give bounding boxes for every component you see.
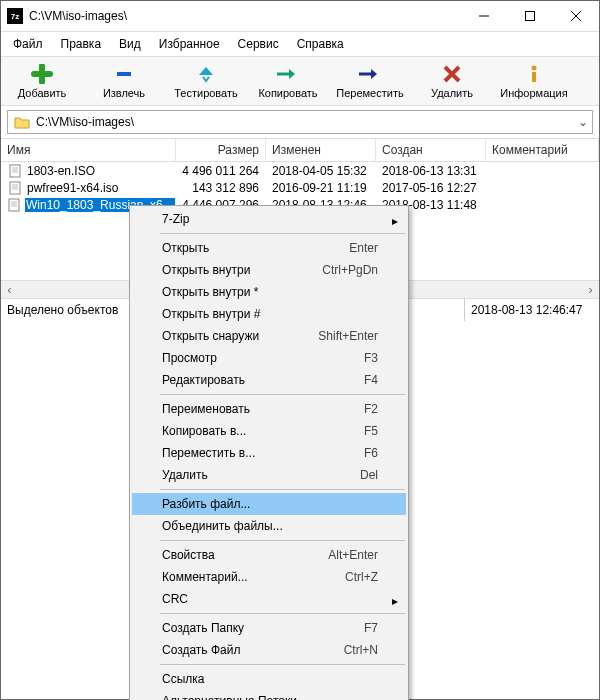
toolbar: ДобавитьИзвлечьТестироватьКопироватьПере…: [1, 56, 599, 106]
col-comment[interactable]: Комментарий: [486, 139, 599, 161]
context-item[interactable]: Открыть внутриCtrl+PgDn: [132, 259, 406, 281]
context-item[interactable]: Комментарий...Ctrl+Z: [132, 566, 406, 588]
context-item[interactable]: Копировать в...F5: [132, 420, 406, 442]
menu-4[interactable]: Сервис: [230, 34, 287, 54]
context-item[interactable]: Альтернативные Потоки: [132, 690, 406, 700]
window-title: C:\VM\iso-images\: [29, 9, 461, 23]
context-label: Комментарий...: [162, 570, 345, 584]
svg-rect-7: [10, 165, 20, 177]
file-name: 1803-en.ISO: [27, 164, 95, 178]
address-bar[interactable]: ⌄: [7, 110, 593, 134]
context-separator: [160, 664, 405, 665]
col-name[interactable]: Имя: [1, 139, 176, 161]
context-shortcut: Alt+Enter: [328, 548, 378, 562]
window-controls: [461, 1, 599, 31]
file-modified: 2016-09-21 11:19: [266, 179, 376, 196]
file-icon: [7, 163, 23, 179]
toolbar-add[interactable]: Добавить: [1, 61, 83, 101]
context-separator: [160, 233, 405, 234]
copy-icon: [275, 63, 301, 85]
extract-icon: [113, 63, 135, 85]
context-label: Свойства: [162, 548, 328, 562]
context-item[interactable]: РедактироватьF4: [132, 369, 406, 391]
context-label: Открыть внутри *: [162, 285, 378, 299]
delete-icon: [442, 63, 462, 85]
file-created: 2018-06-13 13:31: [376, 162, 486, 179]
info-icon: [524, 63, 544, 85]
file-created: 2017-05-16 12:27: [376, 179, 486, 196]
context-item[interactable]: CRC▸: [132, 588, 406, 610]
context-item[interactable]: Открыть снаружиShift+Enter: [132, 325, 406, 347]
context-label: Открыть снаружи: [162, 329, 318, 343]
status-datetime: 2018-08-13 12:46:47: [465, 299, 599, 321]
menu-1[interactable]: Правка: [53, 34, 110, 54]
context-label: Создать Файл: [162, 643, 344, 657]
context-item[interactable]: ПереименоватьF2: [132, 398, 406, 420]
context-label: Удалить: [162, 468, 360, 482]
titlebar: 7z C:\VM\iso-images\: [1, 1, 599, 32]
context-item[interactable]: УдалитьDel: [132, 464, 406, 486]
context-item[interactable]: 7-Zip▸: [132, 208, 406, 230]
file-size: 4 496 011 264: [176, 162, 266, 179]
menu-0[interactable]: Файл: [5, 34, 51, 54]
col-size[interactable]: Размер: [176, 139, 266, 161]
menu-3[interactable]: Избранное: [151, 34, 228, 54]
path-dropdown-icon[interactable]: ⌄: [574, 115, 592, 129]
context-item[interactable]: Объединить файлы...: [132, 515, 406, 537]
file-modified: 2018-04-05 15:32: [266, 162, 376, 179]
submenu-arrow-icon: ▸: [392, 594, 398, 608]
add-icon: [31, 63, 53, 85]
file-row[interactable]: 1803-en.ISO4 496 011 2642018-04-05 15:32…: [1, 162, 599, 179]
scroll-right-button[interactable]: ›: [582, 281, 599, 298]
test-icon: [195, 63, 217, 85]
context-label: Копировать в...: [162, 424, 364, 438]
app-icon: 7z: [7, 8, 23, 24]
col-created[interactable]: Создан: [376, 139, 486, 161]
menu-2[interactable]: Вид: [111, 34, 149, 54]
context-item[interactable]: Создать ПапкуF7: [132, 617, 406, 639]
context-shortcut: F2: [364, 402, 378, 416]
app-window: 7z C:\VM\iso-images\ ФайлПравкаВидИзбран…: [0, 0, 600, 700]
context-shortcut: Del: [360, 468, 378, 482]
toolbar-test[interactable]: Тестировать: [165, 61, 247, 101]
close-button[interactable]: [553, 1, 599, 31]
context-shortcut: Ctrl+N: [344, 643, 378, 657]
context-shortcut: F3: [364, 351, 378, 365]
context-item[interactable]: Создать ФайлCtrl+N: [132, 639, 406, 661]
context-label: Открыть внутри #: [162, 307, 378, 321]
context-separator: [160, 489, 405, 490]
context-item[interactable]: Ссылка: [132, 668, 406, 690]
context-label: CRC: [162, 592, 378, 606]
svg-rect-6: [532, 72, 536, 82]
toolbar-delete[interactable]: Удалить: [411, 61, 493, 101]
toolbar-move[interactable]: Переместить: [329, 61, 411, 101]
toolbar-info[interactable]: Информация: [493, 61, 575, 101]
toolbar-copy[interactable]: Копировать: [247, 61, 329, 101]
context-label: Ссылка: [162, 672, 378, 686]
col-modified[interactable]: Изменен: [266, 139, 376, 161]
minimize-button[interactable]: [461, 1, 507, 31]
context-shortcut: Shift+Enter: [318, 329, 378, 343]
maximize-button[interactable]: [507, 1, 553, 31]
context-item[interactable]: Разбить файл...: [132, 493, 406, 515]
file-name: pwfree91-x64.iso: [27, 181, 118, 195]
context-item[interactable]: ОткрытьEnter: [132, 237, 406, 259]
path-input[interactable]: [32, 115, 574, 129]
context-label: Переместить в...: [162, 446, 364, 460]
context-label: Открыть: [162, 241, 349, 255]
svg-rect-4: [117, 72, 131, 76]
file-row[interactable]: pwfree91-x64.iso143 312 8962016-09-21 11…: [1, 179, 599, 196]
context-item[interactable]: Переместить в...F6: [132, 442, 406, 464]
context-menu[interactable]: 7-Zip▸ОткрытьEnterОткрыть внутриCtrl+PgD…: [129, 205, 409, 700]
context-item[interactable]: Открыть внутри *: [132, 281, 406, 303]
context-item[interactable]: ПросмотрF3: [132, 347, 406, 369]
context-item[interactable]: СвойстваAlt+Enter: [132, 544, 406, 566]
toolbar-extract[interactable]: Извлечь: [83, 61, 165, 101]
menu-5[interactable]: Справка: [289, 34, 352, 54]
context-item[interactable]: Открыть внутри #: [132, 303, 406, 325]
context-separator: [160, 613, 405, 614]
context-shortcut: Enter: [349, 241, 378, 255]
scroll-left-button[interactable]: ‹: [1, 281, 18, 298]
context-shortcut: F6: [364, 446, 378, 460]
context-label: Открыть внутри: [162, 263, 322, 277]
